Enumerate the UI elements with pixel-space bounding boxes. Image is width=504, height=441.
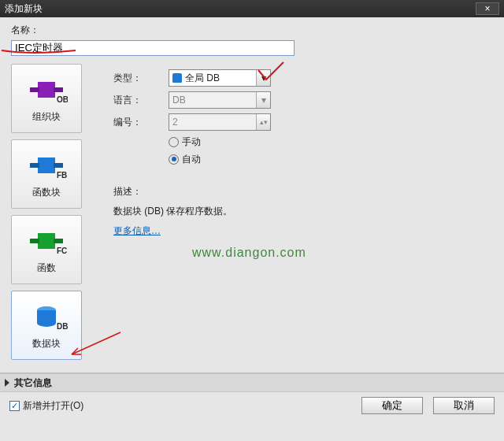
svg-text:OB: OB: [57, 95, 68, 104]
block-fb[interactable]: FB 函数块: [11, 139, 82, 209]
num-label: 编号：: [113, 116, 169, 129]
db-small-icon: [172, 73, 182, 83]
titlebar: 添加新块 ×: [0, 0, 504, 17]
expand-icon: [5, 379, 9, 387]
chevron-down-icon: ▾: [256, 92, 270, 108]
add-and-open-label: 新增并打开(O): [23, 399, 83, 413]
name-label: 名称：: [11, 24, 493, 37]
svg-rect-2: [54, 87, 63, 92]
watermark: www.diangon.com: [192, 246, 493, 260]
lang-label: 语言：: [113, 94, 169, 107]
block-type-list: OB 组织块 FB 函数块 FC 函数 DB 数据块: [11, 64, 90, 366]
block-fc-label: 函数: [37, 261, 56, 275]
block-fc[interactable]: FC 函数: [11, 215, 82, 284]
type-label: 类型：: [113, 72, 169, 85]
svg-rect-5: [30, 163, 39, 168]
ok-button[interactable]: 确定: [361, 397, 423, 414]
radio-auto-label: 自动: [182, 153, 201, 166]
svg-rect-0: [38, 82, 55, 98]
dialog-body: 名称： OB 组织块 FB 函数块 FC 函数: [0, 17, 504, 366]
svg-rect-4: [38, 158, 55, 173]
block-fb-label: 函数块: [32, 186, 61, 199]
fb-icon: FB: [25, 150, 68, 181]
block-db-label: 数据块: [32, 337, 61, 350]
desc-label: 描述：: [113, 185, 493, 198]
block-db[interactable]: DB 数据块: [11, 291, 82, 360]
block-ob[interactable]: OB 组织块: [11, 64, 82, 133]
radio-manual-label: 手动: [182, 135, 201, 149]
checkbox-icon: ✓: [9, 401, 20, 411]
radio-auto[interactable]: [169, 154, 179, 165]
svg-point-14: [37, 319, 56, 327]
desc-text: 数据块 (DB) 保存程序数据。: [113, 205, 493, 218]
add-and-open-checkbox[interactable]: ✓ 新增并打开(O): [9, 399, 83, 413]
num-input: 2 ▴▾: [169, 113, 271, 131]
svg-rect-8: [38, 233, 55, 249]
chevron-down-icon: ▾: [256, 70, 270, 86]
svg-rect-9: [30, 239, 39, 243]
more-info-expander[interactable]: 其它信息: [0, 373, 504, 392]
num-value: 2: [172, 117, 178, 128]
svg-rect-6: [54, 163, 63, 168]
close-button[interactable]: ×: [476, 2, 499, 15]
block-ob-label: 组织块: [32, 110, 61, 124]
radio-manual[interactable]: [169, 137, 179, 147]
svg-rect-10: [54, 239, 63, 243]
name-input[interactable]: [11, 40, 295, 56]
cancel-button[interactable]: 取消: [433, 397, 495, 414]
expander-label: 其它信息: [14, 376, 52, 390]
window-title: 添加新块: [5, 2, 43, 16]
svg-text:DB: DB: [57, 322, 68, 331]
type-select[interactable]: 全局 DB ▾: [169, 69, 271, 87]
footer-bar: ✓ 新增并打开(O) 确定 取消: [0, 392, 504, 419]
svg-rect-1: [30, 87, 39, 92]
db-icon: DB: [25, 301, 68, 332]
fc-icon: FC: [25, 225, 68, 257]
svg-text:FB: FB: [57, 171, 67, 180]
svg-text:FC: FC: [57, 246, 67, 255]
type-value: 全局 DB: [185, 72, 220, 85]
lang-value: DB: [172, 94, 186, 106]
lang-select: DB ▾: [169, 91, 271, 109]
form-panel: 类型： 全局 DB ▾ 语言： DB ▾ 编号：: [90, 64, 493, 366]
ob-icon: OB: [25, 74, 68, 106]
more-info-link[interactable]: 更多信息…: [113, 224, 161, 238]
spinner-icon: ▴▾: [256, 114, 270, 130]
